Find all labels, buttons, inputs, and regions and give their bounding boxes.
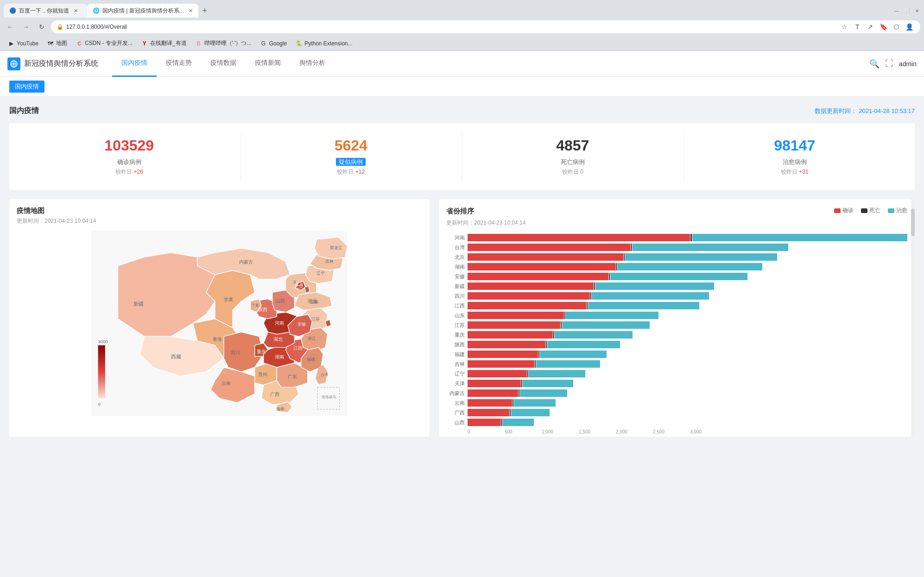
cure-bar [514, 399, 556, 407]
extensions-icon[interactable]: ⬡ [891, 21, 902, 32]
svg-text:津: 津 [305, 288, 309, 292]
search-icon[interactable]: 🔍 [869, 59, 880, 69]
cure-bar [536, 360, 600, 368]
svg-text:重庆: 重庆 [257, 349, 266, 354]
province-chart-card: 省份排序 确诊 死亡 治愈 更新时间：2021-04-2 [439, 199, 915, 437]
svg-text:山西: 山西 [276, 298, 285, 303]
nav-domestic[interactable]: 国内疫情 [112, 51, 157, 77]
address-bar[interactable]: 🔒 127.0.0.1:8000/#/Overall ☆ T ↗ 🔖 ⬡ 👤 [51, 20, 920, 33]
confirmed-label: 确诊病例 [28, 158, 231, 166]
death-bar [594, 282, 595, 290]
province-label: 湖南 [446, 263, 465, 270]
profile-icon[interactable]: 👤 [904, 21, 915, 32]
map-subtitle: 更新时间：2021-04-23 10:04:14 [17, 217, 422, 225]
cured-label: 治愈病例 [693, 158, 897, 166]
cure-bar [595, 282, 714, 290]
star-icon[interactable]: ☆ [839, 21, 850, 32]
cure-bar [555, 331, 633, 339]
address-bar-icons: ☆ T ↗ 🔖 ⬡ 👤 [839, 21, 915, 32]
reload-button[interactable]: ↻ [35, 20, 48, 33]
stats-section-header: 国内疫情 数据更新时间： 2021-04-28 10:53:17 [9, 106, 915, 116]
tab-label: 百度一下，你就知道 [19, 7, 69, 15]
bookmark-label: YouTube [17, 40, 38, 47]
cure-bar [610, 273, 747, 280]
bookmark-google[interactable]: G Google [256, 38, 291, 49]
bookmark-youtube[interactable]: ▶ YouTube [4, 38, 42, 49]
svg-text:内蒙古: 内蒙古 [239, 259, 253, 264]
update-time-value: 2021-04-28 10:53:17 [859, 107, 915, 114]
maps-icon: 🗺 [47, 40, 54, 47]
confirm-bar [468, 253, 623, 261]
death-bar [587, 302, 588, 309]
confirm-bar [468, 273, 608, 280]
minimize-button[interactable]: — [893, 7, 900, 14]
nav-news[interactable]: 疫情新闻 [246, 51, 290, 77]
bookmark-bilibili[interactable]: B 哔哩哔哩（'·'）つ... [191, 38, 255, 49]
stats-card: 103529 确诊病例 较昨日 +26 5624 疑似病例 较昨日 +12 48… [9, 123, 915, 190]
bookmark-icon[interactable]: 🔖 [878, 21, 889, 32]
confirm-bar [468, 389, 518, 397]
death-bar [590, 292, 591, 300]
tab-close-button[interactable]: ✕ [189, 8, 193, 14]
bookmark-csdn[interactable]: C CSDN - 专业开发... [72, 38, 136, 49]
stat-suspected: 5624 疑似病例 较昨日 +12 [240, 132, 462, 181]
bookmark-label: 在线翻译_有道 [150, 39, 187, 47]
confirm-bar [468, 341, 545, 348]
confirm-bar [468, 399, 512, 407]
cured-number: 98147 [693, 137, 897, 154]
nav-data[interactable]: 疫情数据 [201, 51, 246, 77]
tab-inactive[interactable]: 🔵 百度一下，你就知道 ✕ [4, 4, 87, 18]
bottom-grid: 疫情地图 更新时间：2021-04-23 10:04:14 [9, 199, 915, 437]
confirmed-change: 较昨日 +26 [28, 168, 231, 176]
cure-bar [618, 263, 762, 270]
bookmark-label: CSDN - 专业开发... [85, 39, 133, 47]
bookmark-maps[interactable]: 🗺 地图 [43, 38, 71, 49]
province-label: 辽宁 [446, 370, 465, 377]
svg-text:吉林: 吉林 [325, 259, 334, 263]
tab-active[interactable]: 🌐 国内疫情 | 新冠疫情舆情分析系... ✕ [87, 4, 198, 18]
translate-icon[interactable]: T [852, 21, 863, 32]
cure-bar [592, 292, 709, 300]
province-chart-subtitle: 更新时间：2021-04-23 10:04:14 [446, 219, 907, 227]
confirmed-legend-label: 确诊 [842, 207, 854, 214]
forward-button[interactable]: → [19, 20, 32, 33]
share-icon[interactable]: ↗ [865, 21, 876, 32]
back-button[interactable]: ← [4, 20, 17, 33]
svg-text:海南: 海南 [276, 407, 285, 411]
fullscreen-icon[interactable]: ⛶ [885, 59, 893, 69]
admin-label: admin [899, 60, 917, 68]
svg-text:3000: 3000 [98, 339, 108, 344]
confirm-bar [468, 244, 631, 251]
bookmark-python[interactable]: 🐍 Python Extension... [291, 38, 356, 49]
svg-text:西藏: 西藏 [171, 354, 181, 359]
confirm-bar [468, 312, 564, 319]
breadcrumb-item: 国内疫情 [9, 81, 44, 93]
cure-bar [588, 302, 699, 309]
address-bar-row: ← → ↻ 🔒 127.0.0.1:8000/#/Overall ☆ T ↗ 🔖… [0, 18, 924, 36]
bookmark-youdao[interactable]: Y 在线翻译_有道 [137, 38, 190, 49]
province-shanghai [325, 320, 331, 326]
stat-confirmed: 103529 确诊病例 较昨日 +26 [19, 132, 240, 181]
death-bar [519, 389, 519, 397]
svg-rect-40 [98, 345, 105, 398]
nav-trend[interactable]: 疫情走势 [157, 51, 201, 77]
lock-icon: 🔒 [57, 24, 63, 30]
bookmark-label: Google [269, 40, 287, 47]
nav-opinion[interactable]: 舆情分析 [290, 51, 335, 77]
province-label: 云南 [446, 400, 465, 407]
x-tick: 1,000 [542, 429, 553, 434]
new-tab-button[interactable]: + [198, 4, 211, 17]
death-bar [609, 273, 610, 280]
province-label: 山西 [446, 419, 465, 426]
cure-bar [566, 312, 658, 319]
tab-close-button[interactable]: ✕ [74, 8, 78, 14]
maximize-button[interactable]: ⬜ [904, 7, 910, 14]
province-label: 河南 [446, 234, 465, 241]
scrollbar-track[interactable] [911, 199, 915, 437]
confirm-bar [468, 292, 590, 300]
svg-text:陕西: 陕西 [258, 307, 267, 312]
scrollbar-thumb[interactable] [911, 208, 915, 236]
cure-bar [540, 351, 607, 358]
close-button[interactable]: ✕ [914, 7, 920, 14]
confirm-bar [468, 234, 690, 241]
